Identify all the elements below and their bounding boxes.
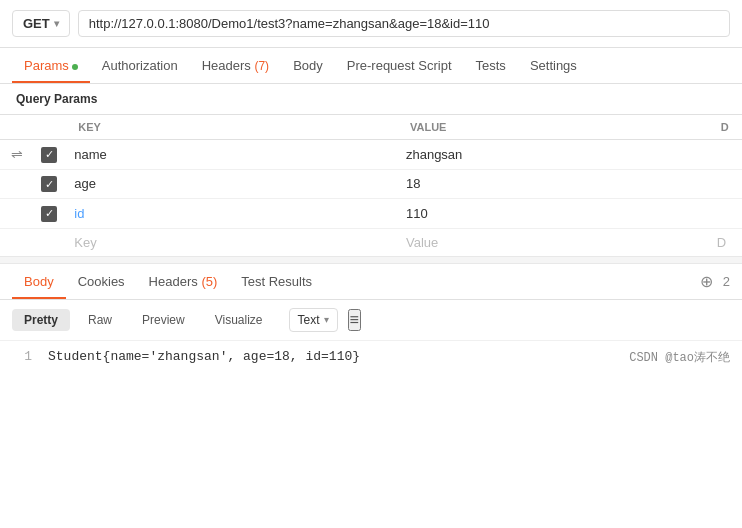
tab-body[interactable]: Body xyxy=(281,48,335,83)
tab-tests[interactable]: Tests xyxy=(464,48,518,83)
response-headers-badge: (5) xyxy=(201,274,217,289)
row3-value[interactable]: 110 xyxy=(406,206,428,221)
tab-cookies[interactable]: Cookies xyxy=(66,264,137,299)
row2-key[interactable]: age xyxy=(74,176,96,191)
tab-params[interactable]: Params xyxy=(12,48,90,83)
filter-button[interactable]: ≡ xyxy=(348,309,361,331)
row2-checkbox[interactable] xyxy=(41,176,57,192)
tab-params-label: Params xyxy=(24,58,69,73)
tab-authorization-label: Authorization xyxy=(102,58,178,73)
row1-key[interactable]: name xyxy=(74,147,107,162)
method-label: GET xyxy=(23,16,50,31)
request-tabs-bar: Params Authorization Headers (7) Body Pr… xyxy=(0,48,742,84)
tab-settings[interactable]: Settings xyxy=(518,48,589,83)
params-dot xyxy=(72,64,78,70)
row3-checkbox[interactable] xyxy=(41,206,57,222)
table-row: age 18 xyxy=(0,169,742,199)
format-bar: Pretty Raw Preview Visualize Text ▾ ≡ xyxy=(0,300,742,341)
tab-test-results[interactable]: Test Results xyxy=(229,264,324,299)
watermark-text: CSDN @tao涛不绝 xyxy=(629,349,730,366)
bottom-section: Body Cookies Headers (5) Test Results ⊕ … xyxy=(0,264,742,374)
text-dropdown-chevron: ▾ xyxy=(324,314,329,325)
method-select[interactable]: GET ▾ xyxy=(12,10,70,37)
format-preview[interactable]: Preview xyxy=(130,309,197,331)
tab-response-body[interactable]: Body xyxy=(12,264,66,299)
format-raw[interactable]: Raw xyxy=(76,309,124,331)
code-content: Student{name='zhangsan', age=18, id=110} xyxy=(48,349,360,364)
response-number: 2 xyxy=(723,274,730,289)
tab-response-headers[interactable]: Headers (5) xyxy=(137,264,230,299)
row2-value[interactable]: 18 xyxy=(406,176,420,191)
url-bar: GET ▾ xyxy=(0,0,742,48)
tab-settings-label: Settings xyxy=(530,58,577,73)
row1-checkbox[interactable] xyxy=(41,147,57,163)
tab-cookies-label: Cookies xyxy=(78,274,125,289)
params-table: KEY VALUE D ⇌ name zhangsan age 18 id 11… xyxy=(0,114,742,256)
text-type-label: Text xyxy=(298,313,320,327)
section-divider xyxy=(0,256,742,264)
text-type-dropdown[interactable]: Text ▾ xyxy=(289,308,338,332)
response-tabs: Body Cookies Headers (5) Test Results xyxy=(12,264,324,299)
method-chevron: ▾ xyxy=(54,18,59,29)
globe-icon: ⊕ xyxy=(700,272,713,291)
empty-desc-placeholder: D xyxy=(717,235,726,250)
table-row: id 110 xyxy=(0,199,742,229)
url-input[interactable] xyxy=(78,10,730,37)
table-row-empty: Key Value D xyxy=(0,228,742,256)
code-area: 1 Student{name='zhangsan', age=18, id=11… xyxy=(0,341,742,374)
tab-response-headers-label: Headers xyxy=(149,274,198,289)
tab-prerequest-label: Pre-request Script xyxy=(347,58,452,73)
empty-value-placeholder[interactable]: Value xyxy=(406,235,438,250)
tab-authorization[interactable]: Authorization xyxy=(90,48,190,83)
row3-key[interactable]: id xyxy=(74,206,84,221)
response-tabs-bar: Body Cookies Headers (5) Test Results ⊕ … xyxy=(0,264,742,300)
empty-key-placeholder[interactable]: Key xyxy=(74,235,96,250)
tab-response-body-label: Body xyxy=(24,274,54,289)
tab-tests-label: Tests xyxy=(476,58,506,73)
tab-prerequest[interactable]: Pre-request Script xyxy=(335,48,464,83)
response-info: ⊕ 2 xyxy=(700,272,730,291)
col-header-key: KEY xyxy=(66,115,398,140)
format-visualize[interactable]: Visualize xyxy=(203,309,275,331)
col-header-desc: D xyxy=(709,115,742,140)
format-pretty[interactable]: Pretty xyxy=(12,309,70,331)
query-params-label: Query Params xyxy=(0,84,742,114)
tab-body-label: Body xyxy=(293,58,323,73)
filter-icon[interactable]: ⇌ xyxy=(11,146,23,162)
table-row: ⇌ name zhangsan xyxy=(0,140,742,170)
tab-test-results-label: Test Results xyxy=(241,274,312,289)
headers-badge: (7) xyxy=(254,59,269,73)
col-header-value: VALUE xyxy=(398,115,709,140)
line-number: 1 xyxy=(12,349,32,364)
tab-headers-label: Headers xyxy=(202,58,251,73)
tab-headers[interactable]: Headers (7) xyxy=(190,48,281,83)
row1-value[interactable]: zhangsan xyxy=(406,147,462,162)
